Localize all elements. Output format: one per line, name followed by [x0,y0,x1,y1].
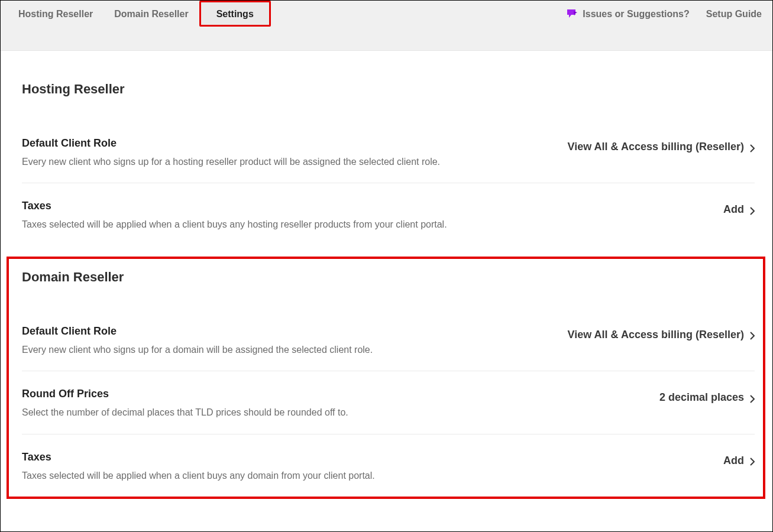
row-domain-default-client-role: Default Client Role Every new client who… [22,309,755,371]
row-domain-taxes: Taxes Taxes selected will be applied whe… [22,434,755,497]
row-left: Round Off Prices Select the number of de… [22,388,659,419]
row-domain-round-off-prices: Round Off Prices Select the number of de… [22,371,755,434]
chevron-right-icon [750,394,755,402]
setting-desc: Every new client who signs up for a host… [22,155,554,168]
action-domain-default-client-role[interactable]: View All & Access billing (Reseller) [568,325,755,341]
setting-title: Taxes [22,200,709,212]
setting-desc: Taxes selected will be applied when a cl… [22,469,709,482]
issues-suggestions-link[interactable]: Issues or Suggestions? [567,9,689,20]
topbar-right: Issues or Suggestions? Setup Guide [567,1,765,20]
setting-desc: Every new client who signs up for a doma… [22,343,554,356]
action-label: 2 decimal places [659,391,744,404]
section-hosting: Hosting Reseller Default Client Role Eve… [22,70,755,246]
row-left: Taxes Taxes selected will be applied whe… [22,200,723,231]
issues-suggestions-label: Issues or Suggestions? [583,9,689,20]
action-label: Add [723,455,744,467]
setting-title: Default Client Role [22,325,554,338]
row-left: Taxes Taxes selected will be applied whe… [22,451,723,482]
action-label: Add [723,203,744,216]
action-domain-round-off-prices[interactable]: 2 decimal places [659,388,755,404]
tab-domain-reseller[interactable]: Domain Reseller [104,1,199,27]
tab-hosting-reseller[interactable]: Hosting Reseller [8,1,104,27]
setting-desc: Taxes selected will be applied when a cl… [22,218,709,231]
setup-guide-label: Setup Guide [706,9,762,20]
content: Hosting Reseller Default Client Role Eve… [1,51,772,499]
setting-desc: Select the number of decimal places that… [22,406,645,419]
setup-guide-link[interactable]: Setup Guide [706,9,762,20]
setting-title: Default Client Role [22,137,554,150]
action-hosting-default-client-role[interactable]: View All & Access billing (Reseller) [568,137,755,153]
row-left: Default Client Role Every new client who… [22,325,568,356]
action-label: View All & Access billing (Reseller) [568,329,744,341]
chevron-right-icon [750,330,755,339]
action-label: View All & Access billing (Reseller) [568,141,744,153]
setting-title: Round Off Prices [22,388,645,400]
row-hosting-taxes: Taxes Taxes selected will be applied whe… [22,183,755,245]
topbar: Hosting Reseller Domain Reseller Setting… [1,1,772,51]
tabs: Hosting Reseller Domain Reseller Setting… [8,1,271,27]
section-title-hosting: Hosting Reseller [22,82,755,97]
chevron-right-icon [750,206,755,214]
chevron-right-icon [750,143,755,151]
section-domain: Domain Reseller Default Client Role Ever… [7,257,765,499]
feedback-icon [567,9,578,19]
action-hosting-taxes[interactable]: Add [723,200,755,216]
chevron-right-icon [750,456,755,465]
section-title-domain: Domain Reseller [22,270,755,285]
action-domain-taxes[interactable]: Add [723,451,755,467]
row-left: Default Client Role Every new client who… [22,137,568,168]
setting-title: Taxes [22,451,709,463]
row-hosting-default-client-role: Default Client Role Every new client who… [22,121,755,183]
tab-settings[interactable]: Settings [199,1,271,27]
